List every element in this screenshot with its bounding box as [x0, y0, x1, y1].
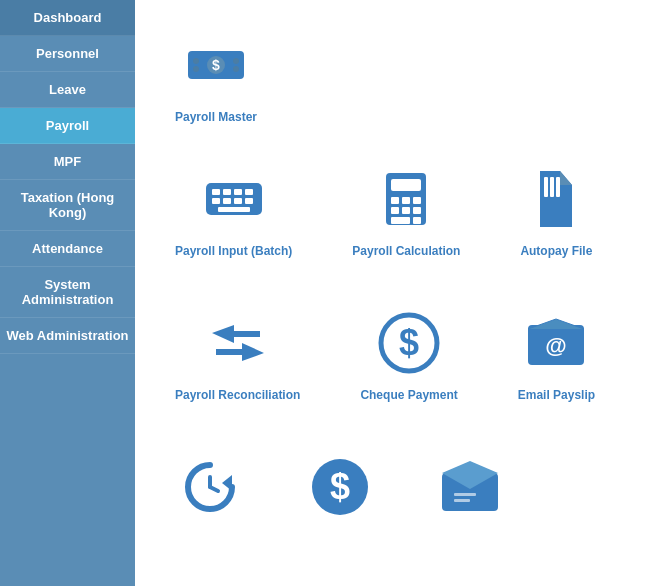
svg-point-4	[193, 66, 199, 72]
payroll-input-item[interactable]: Payroll Input (Batch)	[165, 154, 302, 268]
row3-item-2[interactable]: $	[295, 442, 385, 542]
svg-rect-15	[245, 198, 253, 204]
payroll-reconciliation-item[interactable]: Payroll Reconciliation	[165, 298, 310, 412]
sidebar: Dashboard Personnel Leave Payroll MPF Ta…	[0, 0, 135, 586]
payroll-reconciliation-label: Payroll Reconciliation	[175, 388, 300, 402]
svg-point-5	[233, 58, 239, 64]
autopay-file-item[interactable]: Autopay File	[510, 154, 602, 268]
cheque-payment-icon: $	[374, 308, 444, 378]
payroll-master-label: Payroll Master	[175, 110, 257, 124]
sidebar-item-taxation[interactable]: Taxation (Hong Kong)	[0, 180, 135, 231]
svg-line-38	[210, 487, 218, 491]
svg-rect-13	[223, 198, 231, 204]
svg-text:$: $	[399, 322, 419, 363]
svg-marker-30	[212, 325, 260, 343]
row3-item-3[interactable]	[425, 442, 515, 542]
payroll-calculation-label: Payroll Calculation	[352, 244, 460, 258]
svg-rect-43	[454, 493, 476, 496]
svg-point-6	[233, 66, 239, 72]
autopay-file-label: Autopay File	[520, 244, 592, 258]
svg-rect-8	[212, 189, 220, 195]
payroll-master-item[interactable]: $ Payroll Master	[165, 20, 267, 134]
svg-rect-12	[212, 198, 220, 204]
svg-marker-31	[216, 343, 264, 361]
payroll-input-icon	[199, 164, 269, 234]
payroll-reconciliation-icon	[203, 308, 273, 378]
svg-text:$: $	[212, 57, 220, 73]
svg-rect-9	[223, 189, 231, 195]
row3-icon-3	[435, 452, 505, 522]
row3-item-1[interactable]	[165, 442, 255, 542]
sidebar-item-leave[interactable]: Leave	[0, 72, 135, 108]
main-content: $ Payroll Master	[135, 0, 648, 586]
svg-rect-24	[413, 207, 421, 214]
sidebar-item-mpf[interactable]: MPF	[0, 144, 135, 180]
svg-rect-23	[402, 207, 410, 214]
sidebar-item-system-administration[interactable]: System Administration	[0, 267, 135, 318]
svg-text:$: $	[330, 466, 350, 507]
payroll-calculation-item[interactable]: Payroll Calculation	[342, 154, 470, 268]
sidebar-item-personnel[interactable]: Personnel	[0, 36, 135, 72]
svg-rect-27	[544, 177, 548, 197]
svg-rect-26	[413, 217, 421, 224]
sidebar-item-web-administration[interactable]: Web Administration	[0, 318, 135, 354]
email-payslip-label: Email Payslip	[518, 388, 595, 402]
svg-rect-11	[245, 189, 253, 195]
svg-rect-18	[391, 179, 421, 191]
svg-rect-10	[234, 189, 242, 195]
svg-rect-20	[402, 197, 410, 204]
svg-rect-29	[556, 177, 560, 197]
cheque-payment-label: Cheque Payment	[360, 388, 457, 402]
svg-rect-16	[218, 207, 250, 212]
sidebar-item-attendance[interactable]: Attendance	[0, 231, 135, 267]
svg-rect-22	[391, 207, 399, 214]
svg-point-3	[193, 58, 199, 64]
payroll-master-icon: $	[181, 30, 251, 100]
row3-icon-2: $	[305, 452, 375, 522]
svg-text:@: @	[546, 333, 567, 358]
payroll-input-label: Payroll Input (Batch)	[175, 244, 292, 258]
email-payslip-icon: @	[521, 308, 591, 378]
sidebar-item-payroll[interactable]: Payroll	[0, 108, 135, 144]
cheque-payment-item[interactable]: $ Cheque Payment	[350, 298, 467, 412]
autopay-file-icon	[521, 164, 591, 234]
payroll-calculation-icon	[371, 164, 441, 234]
svg-rect-14	[234, 198, 242, 204]
svg-rect-19	[391, 197, 399, 204]
sidebar-item-dashboard[interactable]: Dashboard	[0, 0, 135, 36]
svg-marker-36	[222, 475, 232, 491]
svg-rect-28	[550, 177, 554, 197]
row3-icon-1	[175, 452, 245, 522]
email-payslip-item[interactable]: @ Email Payslip	[508, 298, 605, 412]
svg-rect-25	[391, 217, 410, 224]
svg-rect-44	[454, 499, 470, 502]
svg-rect-21	[413, 197, 421, 204]
